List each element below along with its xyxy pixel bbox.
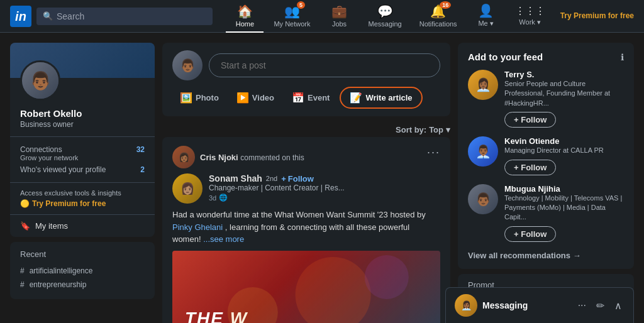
rec-name-kevin: Kevin Otiende [504,136,624,146]
composer-actions: 🖼️ Photo ▶️ Video 📅 Event 📝 Write articl… [172,87,440,109]
sort-value: Top [429,125,443,134]
rec-name-terry: Terry S. [504,70,624,79]
search-icon: 🔍 [43,11,53,21]
messaging-more-button[interactable]: ··· [575,298,589,312]
nav-label-jobs: Jobs [332,20,347,28]
my-items[interactable]: 🔖 My items [10,214,155,237]
rec-info-mbugua: Mbugua Njihia Technology | Mobility | Te… [504,184,624,242]
recent-item-label-2: entrepreneurship [30,280,87,289]
video-label: Video [252,93,274,102]
svg-point-1 [228,287,278,324]
recommendation-kevin: 👨🏾‍💼 Kevin Otiende Managing Director at … [468,136,624,175]
recommendation-terry: 👩🏾‍💼 Terry S. Senior People and Culture … [468,70,624,128]
search-box[interactable]: 🔍 [36,8,213,25]
svg-point-0 [296,257,371,324]
rec-name-mbugua: Mbugua Njihia [504,184,624,194]
rec-title-kevin: Managing Director at CALLA PR [504,146,624,155]
rec-avatar-terry: 👩🏾‍💼 [468,70,498,100]
recent-item-entrepreneurship[interactable]: # entrepreneurship [20,278,145,292]
connections-value: 32 [136,145,145,162]
connections-sub: Grow your network [20,154,78,162]
top-navigation: in 🔍 🏠 Home 👥5 My Network 💼 Jobs 💬 Messa… [0,0,644,33]
article-label: Write article [365,93,412,102]
sort-button[interactable]: Sort by: Top ▾ [396,125,450,134]
avatar: 👨🏾 [20,60,60,101]
post-commenter: 👩🏾 Cris Njoki commented on this [172,146,304,168]
messaging-chevron-button[interactable]: ∧ [612,298,625,313]
event-button[interactable]: 📅 Event [284,87,337,108]
post-more-button[interactable]: ··· [427,146,440,159]
hashtag-icon: # [20,266,25,275]
nav-item-messaging[interactable]: 💬 Messaging [361,0,409,33]
photo-icon: 🖼️ [180,92,192,104]
messaging-header[interactable]: 👩🏾‍💼 Messaging ··· ✏ ∧ [446,288,633,323]
connections-stat[interactable]: Connections Grow your network 32 [20,143,145,163]
messaging-icon: 💬 [377,4,393,19]
commenter-avatar: 👩🏾 [172,146,195,168]
author-bio: Change-maker | Content Creator | Res... [209,183,440,192]
follow-button-mbugua[interactable]: + Follow [504,226,556,242]
mention-link[interactable]: Pinky Ghelani [172,222,223,232]
search-input[interactable] [57,11,206,21]
view-all-recommendations[interactable]: View all recommendations → [468,251,624,260]
photo-button[interactable]: 🖼️ Photo [172,87,226,108]
nav-item-me[interactable]: 👤 Me ▾ [467,0,505,33]
profile-stats: Connections Grow your network 32 Who's v… [10,136,155,182]
premium-nav-link[interactable]: Try Premium for free [560,11,634,21]
notifications-badge: 16 [440,1,451,9]
recent-card: Recent # artificialintelligence # entrep… [10,242,155,299]
video-icon: ▶️ [236,92,249,104]
nav-item-network[interactable]: 👥5 My Network [266,0,318,33]
author-info: Sonam Shah 2nd + Follow Change-maker | C… [209,173,440,204]
nav-label-me: Me ▾ [478,19,493,28]
start-post-input[interactable] [209,53,440,77]
video-button[interactable]: ▶️ Video [229,87,282,108]
premium-promo-link[interactable]: 🟡 Try Premium for free [20,199,145,208]
nav-label-work: Work ▾ [519,18,541,26]
event-icon: 📅 [292,92,304,104]
author-name: Sonam Shah [209,173,262,183]
composer-row: 👨🏾 [172,50,440,80]
left-sidebar: 👨🏾 Robert Okello Business owner Connecti… [10,43,155,323]
premium-promo-text: Access exclusive tools & insights [20,189,145,197]
rec-info-terry: Terry S. Senior People and Culture Profe… [504,70,624,128]
see-more-link[interactable]: ...see more [203,234,244,244]
degree-badge: 2nd [266,175,277,182]
rec-title-terry: Senior People and Culture Professional, … [504,79,624,108]
profile-card: 👨🏾 Robert Okello Business owner Connecti… [10,43,155,237]
sort-label: Sort by: [396,125,426,134]
post-content: Had a wonderful time at the What Women W… [172,209,440,246]
linkedin-logo[interactable]: in [10,6,31,27]
messaging-compose-button[interactable]: ✏ [594,298,607,313]
info-icon[interactable]: ℹ [621,52,624,62]
write-article-button[interactable]: 📝 Write article [340,87,422,109]
premium-promo: Access exclusive tools & insights 🟡 Try … [10,182,155,214]
profile-views-value: 2 [140,165,145,174]
author-name-row: Sonam Shah 2nd + Follow [209,173,440,183]
commenter-name: Cris Njoki [200,153,238,162]
me-icon: 👤 [478,3,494,18]
main-feed: 👨🏾 🖼️ Photo ▶️ Video 📅 Event 📝 [162,43,450,323]
follow-inline-button[interactable]: + Follow [281,174,314,183]
rec-avatar-kevin: 👨🏾‍💼 [468,136,498,167]
right-sidebar: Add to your feed ℹ 👩🏾‍💼 Terry S. Senior … [458,43,634,323]
event-label: Event [308,93,330,102]
profile-views-stat[interactable]: Who's viewed your profile 2 [20,163,145,176]
avatar-image: 👨🏾 [22,60,58,101]
nav-item-notifications[interactable]: 🔔16 Notifications [412,0,465,33]
author-avatar: 👩🏽 [172,173,203,204]
nav-label-messaging: Messaging [369,20,402,28]
nav-item-work[interactable]: ⋮⋮⋮ Work ▾ [508,1,553,31]
recent-item-ai[interactable]: # artificialintelligence [20,264,145,278]
nav-items: 🏠 Home 👥5 My Network 💼 Jobs 💬 Messaging … [226,0,634,33]
bookmark-icon: 🔖 [20,221,30,231]
nav-item-jobs[interactable]: 💼 Jobs [321,0,358,33]
messaging-title: Messaging [482,300,528,310]
sort-row: Sort by: Top ▾ [162,121,450,137]
follow-button-kevin[interactable]: + Follow [504,160,556,175]
network-icon: 👥5 [284,4,300,19]
follow-button-terry[interactable]: + Follow [504,112,556,128]
post-composer: 👨🏾 🖼️ Photo ▶️ Video 📅 Event 📝 [162,43,450,116]
connections-label: Connections [20,145,78,154]
nav-item-home[interactable]: 🏠 Home [226,0,264,33]
